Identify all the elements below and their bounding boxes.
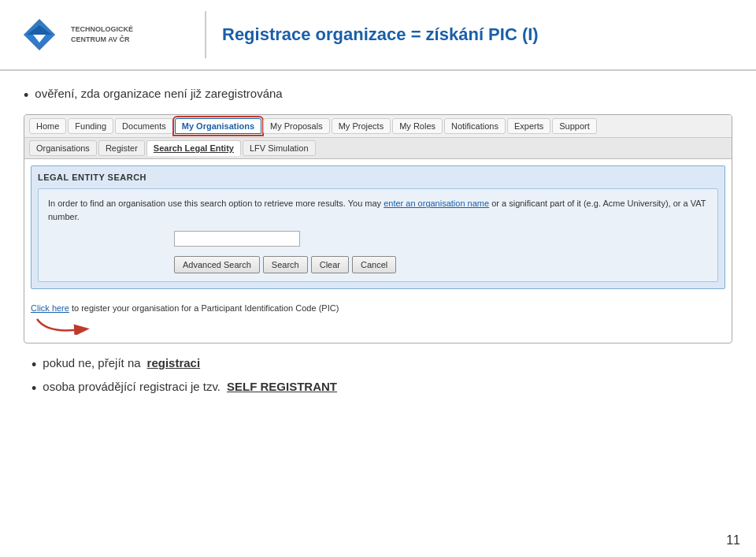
nav-experts[interactable]: Experts: [507, 118, 550, 134]
logo-area: TECHNOLOGICKÉ CENTRUM AV ČR: [16, 11, 189, 58]
advanced-search-button[interactable]: Advanced Search: [174, 256, 260, 273]
header: TECHNOLOGICKÉ CENTRUM AV ČR Registrace o…: [0, 0, 756, 71]
les-inner: In order to find an organisation use thi…: [38, 188, 718, 282]
nav-documents[interactable]: Documents: [115, 118, 173, 134]
top-nav: Home Funding Documents My Organisations …: [24, 115, 732, 138]
subnav-lfv-simulation[interactable]: LFV Simulation: [243, 140, 316, 156]
bottom-bullet-2: • osoba provádějící registraci je tzv. S…: [32, 380, 724, 398]
nav-home[interactable]: Home: [29, 118, 66, 134]
nav-funding[interactable]: Funding: [68, 118, 113, 134]
les-desc-part1: In order to find an organisation use thi…: [48, 199, 384, 208]
nav-my-roles[interactable]: My Roles: [392, 118, 443, 134]
sub-nav: Organisations Register Search Legal Enti…: [24, 138, 732, 159]
nav-my-organisations[interactable]: My Organisations: [175, 118, 261, 134]
search-button[interactable]: Search: [263, 256, 308, 273]
bottom-bullet-1-text-before: pokud ne, přejít na: [43, 356, 140, 369]
clear-button[interactable]: Clear: [311, 256, 349, 273]
bullet-dot-1: •: [24, 87, 28, 105]
les-search-row: [48, 231, 708, 247]
portal-container: Home Funding Documents My Organisations …: [24, 114, 732, 343]
arrow-icon: [31, 313, 94, 335]
logo-icon: [16, 11, 63, 58]
register-text: to register your organisation for a Part…: [69, 303, 339, 313]
bullet-1-text: ověření, zda organizace není již zaregis…: [35, 87, 282, 100]
nav-support[interactable]: Support: [552, 118, 597, 134]
bottom-bullet-dot-2: •: [32, 380, 36, 398]
les-desc-link[interactable]: enter an organisation name: [384, 199, 489, 208]
subnav-organisations[interactable]: Organisations: [29, 140, 97, 156]
bottom-bullet-2-text-before: osoba provádějící registraci je tzv.: [43, 380, 220, 393]
logo-text: TECHNOLOGICKÉ CENTRUM AV ČR: [71, 24, 133, 46]
subnav-register[interactable]: Register: [98, 140, 145, 156]
page-number: 11: [726, 533, 740, 548]
arrow-container: [31, 313, 725, 336]
les-title: LEGAL ENTITY SEARCH: [38, 173, 718, 182]
main-content: • ověření, zda organizace není již zareg…: [0, 71, 756, 418]
nav-my-projects[interactable]: My Projects: [332, 118, 391, 134]
subnav-search-legal-entity[interactable]: Search Legal Entity: [146, 140, 241, 156]
bullet-1: • ověření, zda organizace není již zareg…: [24, 87, 732, 105]
bottom-bullet-1-link[interactable]: registraci: [147, 356, 201, 369]
bottom-bullet-1: • pokud ne, přejít na registraci: [32, 356, 724, 374]
nav-notifications[interactable]: Notifications: [444, 118, 506, 134]
click-here-link[interactable]: Click here: [31, 303, 69, 313]
les-container: LEGAL ENTITY SEARCH In order to find an …: [31, 165, 725, 289]
les-search-input[interactable]: [174, 231, 300, 247]
cancel-button[interactable]: Cancel: [352, 256, 396, 273]
bottom-bullet-dot-1: •: [32, 356, 36, 374]
register-area: Click here to register your organisation…: [24, 295, 732, 343]
les-description: In order to find an organisation use thi…: [48, 197, 708, 223]
bottom-bullets: • pokud ne, přejít na registraci • osoba…: [24, 356, 732, 398]
header-divider: [205, 11, 206, 58]
les-buttons-row: Advanced Search Search Clear Cancel: [48, 256, 708, 273]
bottom-bullet-2-bold: SELF REGISTRANT: [227, 380, 337, 393]
page-title: Registrace organizace = získání PIC (I): [222, 24, 539, 45]
nav-my-proposals[interactable]: My Proposals: [263, 118, 330, 134]
